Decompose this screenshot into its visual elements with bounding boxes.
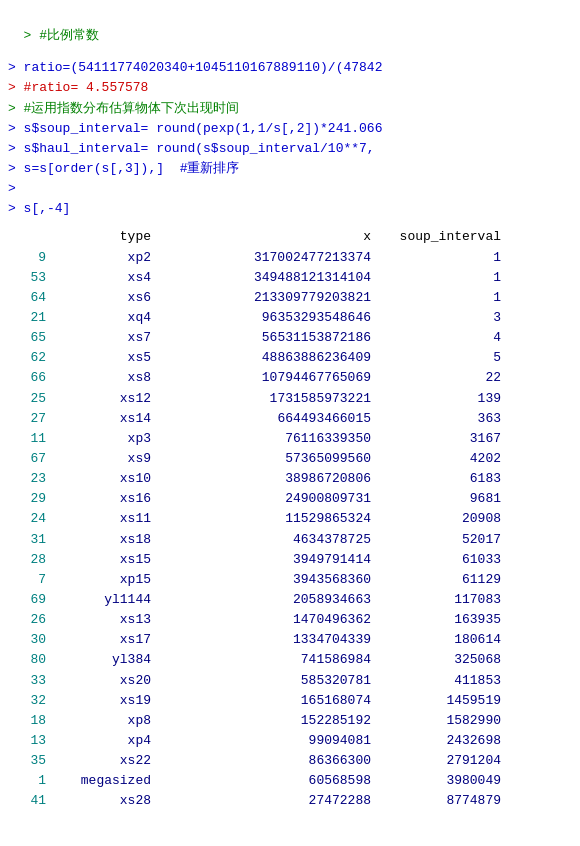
table-row: 35 xs22 86366300 2791204: [8, 751, 572, 771]
cell-x: 99094081: [151, 731, 371, 751]
cell-x: 27472288: [151, 791, 371, 811]
cell-type: xs15: [46, 550, 151, 570]
cell-x: 1731585973221: [151, 389, 371, 409]
cell-type: xp3: [46, 429, 151, 449]
cell-type: xs22: [46, 751, 151, 771]
cell-x: 48863886236409: [151, 348, 371, 368]
table-row: 24 xs11 11529865324 20908: [8, 509, 572, 529]
cell-type: xp4: [46, 731, 151, 751]
cell-x: 585320781: [151, 671, 371, 691]
header-type: type: [46, 227, 151, 247]
cell-x: 213309779203821: [151, 288, 371, 308]
cell-x: 349488121314104: [151, 268, 371, 288]
cell-si: 1: [371, 288, 501, 308]
cell-type: xs4: [46, 268, 151, 288]
cell-index: 25: [12, 389, 46, 409]
table-row: 66 xs8 10794467765069 22: [8, 368, 572, 388]
cell-x: 741586984: [151, 650, 371, 670]
cell-index: 23: [12, 469, 46, 489]
cell-index: 30: [12, 630, 46, 650]
cell-si: 22: [371, 368, 501, 388]
cell-x: 24900809731: [151, 489, 371, 509]
cell-index: 27: [12, 409, 46, 429]
cell-si: 4202: [371, 449, 501, 469]
cell-index: 31: [12, 530, 46, 550]
cell-index: 9: [12, 248, 46, 268]
cell-type: xp15: [46, 570, 151, 590]
cell-type: xs18: [46, 530, 151, 550]
cell-index: 32: [12, 691, 46, 711]
cell-x: 4634378725: [151, 530, 371, 550]
cell-index: 28: [12, 550, 46, 570]
cell-si: 117083: [371, 590, 501, 610]
cell-type: xp2: [46, 248, 151, 268]
cell-index: 21: [12, 308, 46, 328]
cell-si: 5: [371, 348, 501, 368]
cell-si: 9681: [371, 489, 501, 509]
cell-si: 52017: [371, 530, 501, 550]
cell-index: 64: [12, 288, 46, 308]
table-row: 32 xs19 165168074 1459519: [8, 691, 572, 711]
line-1: > #比例常数: [24, 28, 99, 43]
cell-x: 1470496362: [151, 610, 371, 630]
table-header-row: type x soup_interval: [8, 227, 572, 247]
cell-index: 24: [12, 509, 46, 529]
cell-type: yl384: [46, 650, 151, 670]
cell-type: xs7: [46, 328, 151, 348]
table-row: 53 xs4 349488121314104 1: [8, 268, 572, 288]
table-row: 21 xq4 96353293548646 3: [8, 308, 572, 328]
table-row: 27 xs14 664493466015 363: [8, 409, 572, 429]
cell-x: 10794467765069: [151, 368, 371, 388]
table-row: 65 xs7 56531153872186 4: [8, 328, 572, 348]
cell-type: xs11: [46, 509, 151, 529]
cell-type: xs14: [46, 409, 151, 429]
cell-type: megasized: [46, 771, 151, 791]
cell-x: 96353293548646: [151, 308, 371, 328]
cell-x: 664493466015: [151, 409, 371, 429]
cell-x: 3949791414: [151, 550, 371, 570]
cell-type: xs8: [46, 368, 151, 388]
data-table: type x soup_interval 9 xp2 3170024772133…: [0, 227, 580, 811]
cell-index: 29: [12, 489, 46, 509]
cell-x: 60568598: [151, 771, 371, 791]
cell-x: 56531153872186: [151, 328, 371, 348]
table-row: 7 xp15 3943568360 61129: [8, 570, 572, 590]
cell-si: 61033: [371, 550, 501, 570]
cell-index: 65: [12, 328, 46, 348]
cell-si: 2791204: [371, 751, 501, 771]
cell-type: xs5: [46, 348, 151, 368]
cell-type: yl1144: [46, 590, 151, 610]
cell-index: 33: [12, 671, 46, 691]
cell-si: 6183: [371, 469, 501, 489]
header-x: x: [151, 227, 371, 247]
cell-type: xs19: [46, 691, 151, 711]
cell-type: xs20: [46, 671, 151, 691]
cell-si: 139: [371, 389, 501, 409]
table-row: 80 yl384 741586984 325068: [8, 650, 572, 670]
table-row: 64 xs6 213309779203821 1: [8, 288, 572, 308]
cell-index: 7: [12, 570, 46, 590]
cell-index: 26: [12, 610, 46, 630]
cell-si: 180614: [371, 630, 501, 650]
cell-index: 62: [12, 348, 46, 368]
cell-index: 1: [12, 771, 46, 791]
cell-type: xp8: [46, 711, 151, 731]
cell-si: 1: [371, 248, 501, 268]
cell-x: 152285192: [151, 711, 371, 731]
cell-type: xq4: [46, 308, 151, 328]
cell-index: 13: [12, 731, 46, 751]
table-row: 18 xp8 152285192 1582990: [8, 711, 572, 731]
cell-index: 69: [12, 590, 46, 610]
cell-si: 3167: [371, 429, 501, 449]
cell-si: 325068: [371, 650, 501, 670]
cell-x: 2058934663: [151, 590, 371, 610]
cell-index: 53: [12, 268, 46, 288]
cell-index: 67: [12, 449, 46, 469]
cell-type: xs28: [46, 791, 151, 811]
cell-index: 35: [12, 751, 46, 771]
cell-si: 8774879: [371, 791, 501, 811]
table-row: 29 xs16 24900809731 9681: [8, 489, 572, 509]
cell-si: 20908: [371, 509, 501, 529]
cell-si: 1: [371, 268, 501, 288]
cell-type: xs13: [46, 610, 151, 630]
